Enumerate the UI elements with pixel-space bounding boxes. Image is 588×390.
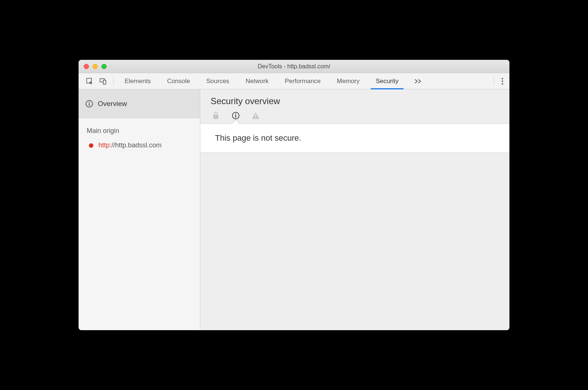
close-window-button[interactable] [84, 64, 89, 69]
security-sidebar: Overview Main origin http://http.badssl.… [79, 89, 200, 330]
security-main: Security overview [200, 89, 509, 330]
origin-scheme: http: [98, 141, 111, 149]
panel-tabs: Elements Console Sources Network Perform… [117, 73, 491, 89]
warning-triangle-icon [252, 112, 260, 119]
toolbar: Elements Console Sources Network Perform… [79, 73, 509, 89]
tab-security[interactable]: Security [368, 73, 407, 89]
tab-overflow-button[interactable] [407, 73, 429, 89]
security-indicators [211, 112, 499, 123]
tab-sources[interactable]: Sources [198, 73, 237, 89]
toolbar-divider [113, 77, 114, 86]
secure-indicator[interactable] [211, 112, 220, 119]
window-title: DevTools - http.badssl.com/ [79, 63, 509, 70]
traffic-lights [79, 64, 107, 69]
inspect-element-icon[interactable] [86, 78, 93, 85]
sidebar-section-label: Main origin [79, 118, 200, 139]
svg-rect-9 [213, 115, 218, 119]
svg-rect-13 [255, 114, 256, 117]
tab-console[interactable]: Console [159, 73, 198, 89]
info-icon [85, 100, 93, 108]
origin-status-dot [89, 143, 93, 148]
svg-point-7 [89, 102, 90, 103]
origin-rest: //http.badssl.com [111, 141, 162, 149]
svg-point-4 [502, 81, 503, 82]
origin-item[interactable]: http://http.badssl.com [79, 139, 200, 151]
svg-rect-12 [235, 115, 236, 118]
tab-performance[interactable]: Performance [277, 73, 329, 89]
svg-point-14 [255, 117, 256, 118]
warning-indicator[interactable] [251, 112, 260, 119]
info-indicator[interactable] [231, 112, 240, 120]
sidebar-overview-label: Overview [98, 100, 127, 108]
security-message: This page is not secure. [200, 123, 509, 153]
info-circle-icon [232, 112, 240, 120]
devtools-window: DevTools - http.badssl.com/ Elements Con… [79, 60, 509, 330]
security-overview-title: Security overview [211, 96, 499, 106]
svg-rect-2 [103, 80, 106, 84]
tab-memory[interactable]: Memory [329, 73, 367, 89]
origin-url: http://http.badssl.com [98, 141, 162, 149]
sidebar-overview[interactable]: Overview [79, 89, 200, 118]
maximize-window-button[interactable] [101, 64, 107, 69]
tab-elements[interactable]: Elements [117, 73, 159, 89]
minimize-window-button[interactable] [93, 64, 98, 69]
svg-point-3 [502, 78, 503, 79]
tab-network[interactable]: Network [238, 73, 277, 89]
content: Overview Main origin http://http.badssl.… [79, 89, 509, 330]
kebab-menu-icon[interactable] [501, 78, 504, 85]
titlebar: DevTools - http.badssl.com/ [79, 60, 509, 73]
main-header: Security overview [200, 89, 509, 123]
lock-icon [212, 112, 219, 119]
device-toolbar-icon[interactable] [99, 78, 107, 85]
svg-rect-8 [89, 103, 90, 106]
svg-point-5 [502, 83, 503, 85]
toolbar-right [491, 77, 506, 86]
svg-point-11 [235, 114, 236, 115]
toolbar-divider-right [494, 77, 494, 86]
toolbar-left-icons [82, 78, 110, 85]
